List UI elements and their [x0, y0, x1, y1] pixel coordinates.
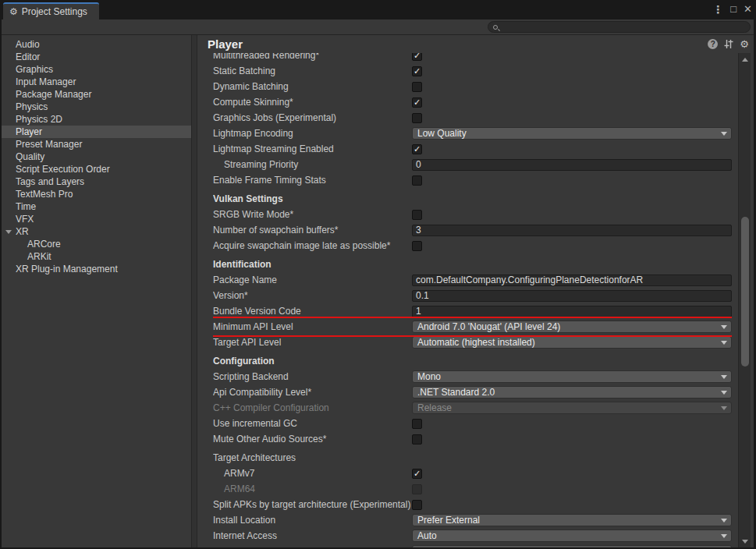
scroll-up-icon[interactable]: [742, 58, 748, 62]
text-field-version[interactable]: 0.1: [412, 290, 732, 302]
text-field-package-name[interactable]: com.DefaultCompany.ConfiguringPlaneDetec…: [412, 274, 732, 286]
sidebar-item-audio[interactable]: Audio: [2, 38, 191, 51]
setting-control: Android 7.0 'Nougat' (API level 24): [412, 321, 732, 333]
checkbox-graphics-jobs-experimental[interactable]: [412, 113, 422, 123]
dropdown-value: Internal: [417, 546, 449, 547]
sidebar-item-label: TextMesh Pro: [16, 189, 73, 200]
vertical-scrollbar[interactable]: [738, 53, 751, 547]
sidebar-item-arkit[interactable]: ARKit: [2, 250, 191, 263]
dropdown-scripting-backend[interactable]: Mono: [412, 370, 732, 383]
setting-control: [412, 82, 732, 92]
panel-splitter[interactable]: [191, 35, 197, 547]
dropdown-target-api-level[interactable]: Automatic (highest installed): [412, 336, 732, 349]
search-box[interactable]: [488, 21, 751, 33]
window-menu-icon[interactable]: ⋮: [712, 2, 723, 16]
sidebar-item-arcore[interactable]: ARCore: [2, 238, 191, 250]
checkbox-armv7[interactable]: ✓: [412, 469, 422, 479]
row-api-compatibility-level: Api Compatibility Level*.NET Standard 2.…: [213, 384, 732, 400]
row-armv7: ARMv7✓: [213, 466, 732, 481]
text-field-streaming-priority[interactable]: 0: [412, 159, 732, 171]
dropdown-write-permission[interactable]: Internal: [412, 545, 732, 547]
row-vulkan-settings: Vulkan Settings: [213, 191, 732, 207]
checkbox-use-incremental-gc[interactable]: [412, 419, 422, 429]
checkbox-static-batching[interactable]: ✓: [412, 66, 422, 76]
help-icon[interactable]: ?: [708, 39, 718, 49]
dropdown-api-compatibility-level[interactable]: .NET Standard 2.0: [412, 386, 732, 398]
setting-control: Auto: [412, 530, 732, 542]
sidebar-item-package-manager[interactable]: Package Manager: [2, 88, 191, 101]
chevron-down-icon: [721, 519, 727, 522]
setting-control: 0.1: [412, 290, 732, 302]
checkbox-enable-frame-timing-stats[interactable]: [412, 175, 422, 186]
dropdown-internet-access[interactable]: Auto: [412, 530, 732, 542]
sidebar-item-script-execution-order[interactable]: Script Execution Order: [2, 163, 191, 175]
toolbar: [2, 19, 754, 35]
dropdown-minimum-api-level[interactable]: Android 7.0 'Nougat' (API level 24): [412, 321, 732, 333]
row-install-location: Install LocationPrefer External: [213, 512, 732, 528]
sidebar-item-xr-plug-in-management[interactable]: XR Plug-in Management: [2, 263, 191, 275]
sidebar-item-tags-and-layers[interactable]: Tags and Layers: [2, 175, 191, 188]
sidebar-item-input-manager[interactable]: Input Manager: [2, 76, 191, 88]
row-target-architectures: Target Architectures: [213, 450, 732, 466]
sidebar-item-quality[interactable]: Quality: [2, 151, 191, 163]
sidebar-item-textmesh-pro[interactable]: TextMesh Pro: [2, 188, 191, 200]
sidebar-item-preset-manager[interactable]: Preset Manager: [2, 138, 191, 151]
dropdown-install-location[interactable]: Prefer External: [412, 514, 732, 526]
maximize-icon[interactable]: □: [730, 2, 736, 16]
expander-down-icon[interactable]: [5, 230, 12, 234]
setting-label: Number of swapchain buffers*: [213, 225, 412, 236]
setting-label: Install Location: [213, 515, 412, 526]
tab-title: Project Settings: [22, 6, 87, 17]
text-field-number-of-swapchain-buffers[interactable]: 3: [412, 225, 732, 236]
tab-project-settings[interactable]: ⚙ Project Settings: [3, 2, 99, 19]
checkbox-mute-other-audio-sources[interactable]: [412, 434, 422, 445]
row-split-apks-by-target-architecture-experimental: Split APKs by target architecture (Exper…: [213, 497, 732, 512]
sidebar-item-vfx[interactable]: VFX: [2, 213, 191, 225]
scrollbar-thumb[interactable]: [741, 217, 749, 367]
close-icon[interactable]: ✕: [744, 2, 752, 16]
setting-control: 0: [412, 159, 732, 171]
sidebar-item-xr[interactable]: XR: [2, 225, 191, 238]
setting-label: Target API Level: [213, 337, 412, 348]
setting-label: Scripting Backend: [213, 371, 412, 382]
checkbox-multithreaded-rendering[interactable]: ✓: [412, 53, 422, 61]
row-internet-access: Internet AccessAuto: [213, 528, 732, 544]
gear-icon[interactable]: ⚙: [740, 38, 749, 50]
setting-control: [412, 210, 732, 220]
checkbox-arm64: [412, 484, 422, 494]
setting-control: [412, 113, 732, 123]
sidebar-item-physics-2d[interactable]: Physics 2D: [2, 113, 191, 126]
setting-label: Dynamic Batching: [213, 81, 412, 92]
setting-control: ✓: [412, 144, 732, 154]
sidebar-item-physics[interactable]: Physics: [2, 101, 191, 113]
setting-control: Automatic (highest installed): [412, 336, 732, 349]
checkbox-dynamic-batching[interactable]: [412, 82, 422, 92]
row-c-compiler-configuration: C++ Compiler ConfigurationRelease: [213, 400, 732, 416]
checkbox-lightmap-streaming-enabled[interactable]: ✓: [412, 144, 422, 154]
body-area: AudioEditorGraphicsInput ManagerPackage …: [2, 35, 754, 547]
presets-icon[interactable]: [723, 39, 734, 49]
sidebar-item-label: Preset Manager: [16, 139, 82, 150]
setting-label: Target Architectures: [213, 452, 412, 463]
checkbox-srgb-write-mode[interactable]: [412, 210, 422, 220]
text-field-bundle-version-code[interactable]: 1: [412, 306, 732, 317]
page-title: Player: [208, 37, 702, 51]
setting-label: Api Compatibility Level*: [213, 387, 412, 398]
checkbox-compute-skinning[interactable]: ✓: [412, 97, 422, 108]
settings-rows: Multithreaded Rendering*✓Static Batching…: [213, 53, 732, 547]
checkbox-acquire-swapchain-image-late-as-possible[interactable]: [412, 241, 422, 251]
sidebar-item-editor[interactable]: Editor: [2, 51, 191, 63]
scroll-down-icon[interactable]: [742, 540, 748, 544]
sidebar-item-graphics[interactable]: Graphics: [2, 63, 191, 76]
sidebar-item-label: Quality: [16, 151, 44, 162]
sidebar-item-time[interactable]: Time: [2, 200, 191, 213]
checkbox-split-apks-by-target-architecture-experimental[interactable]: [412, 500, 422, 510]
dropdown-lightmap-encoding[interactable]: Low Quality: [412, 127, 732, 140]
sidebar-item-label: Audio: [16, 39, 40, 50]
dropdown-value: Prefer External: [417, 515, 480, 526]
search-input[interactable]: [501, 23, 745, 32]
setting-label: SRGB Write Mode*: [213, 209, 412, 220]
row-mute-other-audio-sources: Mute Other Audio Sources*: [213, 431, 732, 447]
setting-label: Enable Frame Timing Stats: [213, 175, 412, 186]
sidebar-item-player[interactable]: Player: [2, 126, 191, 138]
